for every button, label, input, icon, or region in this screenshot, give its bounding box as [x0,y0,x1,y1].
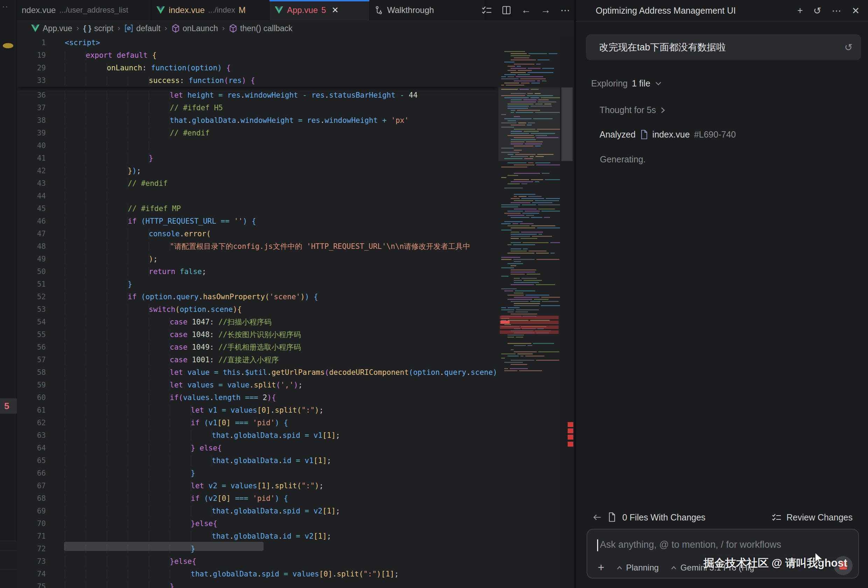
tab-ndex-vue[interactable]: ndex.vue.../user_address_list [17,0,151,20]
code-line-43[interactable]: 43// #endif [17,177,498,190]
tab-index-vue[interactable]: index.vue.../indexM [151,0,270,20]
code-line-48[interactable]: 48"请配置根目录下的config.js文件中的 'HTTP_REQUEST_U… [17,240,498,253]
arrow-right-icon[interactable]: → [540,5,551,15]
breadcrumb-item[interactable]: default [124,24,160,33]
strip-row[interactable] [0,541,17,551]
chevron-up-icon [616,565,623,570]
code-line-41[interactable]: 41} [17,152,498,164]
code-editor[interactable]: 1<script>19export default {29onLaunch: f… [17,36,498,588]
line-number: 55 [17,328,47,341]
code-line-57[interactable]: 57case 1001: //直接进入小程序 [17,353,498,366]
split-editor-icon[interactable] [501,5,512,15]
left-tab-strip: ·· 5 [0,0,17,588]
code-line-62[interactable]: 62if (v1[0] === 'pid') { [17,417,498,429]
strip-row[interactable] [0,551,17,569]
code-line-1[interactable]: 1<script> [17,36,498,49]
code-line-54[interactable]: 54case 1047: //扫描小程序码 [17,316,498,328]
breadcrumb-label: default [136,24,160,33]
vertical-scrollbar-thumb[interactable] [561,87,573,161]
code-line-38[interactable]: 38that.globalData.windowHeight = res.win… [17,114,498,127]
stop-generation-button[interactable] [834,556,853,575]
breadcrumb-item[interactable]: then() callback [229,24,292,33]
overflow-dots-icon[interactable]: ·· [2,2,9,11]
review-changes-button[interactable]: Review Changes [772,513,853,523]
code-line-74[interactable]: 74that.globalData.spid = values[0].split… [17,568,498,580]
restore-checkpoint-icon[interactable]: ↺ [844,41,853,53]
arrow-left-icon[interactable]: ← [521,5,531,15]
checklist-icon[interactable] [481,5,492,15]
code-line-19[interactable]: 19export default { [17,49,498,62]
tab-walkthrough[interactable]: Walkthrough [370,0,485,20]
code-line-29[interactable]: 29onLaunch: function(option) { [17,62,498,74]
code-line-47[interactable]: 47console.error( [17,228,498,240]
model-selector[interactable]: Gemini 3.1 Pro (Hig [670,563,754,573]
breadcrumb-item[interactable]: onLaunch [171,24,218,33]
code-line-46[interactable]: 46if (HTTP_REQUEST_URL == '') { [17,215,498,228]
code-line-66[interactable]: 66} [17,467,498,480]
review-changes-label: Review Changes [787,513,853,523]
code-text: that.globalData.id = v2[1]; [65,530,331,542]
code-text: let value = this.$util.getUrlParams(deco… [65,366,498,379]
strip-row[interactable] [0,569,17,588]
breadcrumb[interactable]: App.vue›{ }script›default›onLaunch›then(… [17,20,574,36]
code-line-49[interactable]: 49); [17,253,498,265]
code-line-68[interactable]: 68if (v2[0] === 'pid') { [17,492,498,505]
code-text: }else{ [65,517,217,530]
code-line-40[interactable]: 40 [17,139,498,152]
arrow-left-icon[interactable] [593,513,601,521]
code-line-51[interactable]: 51} [17,278,498,291]
code-line-39[interactable]: 39// #endif [17,127,498,139]
mode-label: Planning [626,563,659,573]
analyzed-file[interactable]: index.vue [652,130,690,140]
breadcrumb-item[interactable]: App.vue [31,24,72,33]
breadcrumb-item[interactable]: { }script [83,24,114,33]
breadcrumb-separator: › [164,24,167,33]
user-message-bubble: 改完现在tab下面都没有数据啦 ↺ [586,34,861,60]
exploring-count: 1 file [632,78,650,89]
code-line-71[interactable]: 71that.globalData.id = v2[1]; [17,530,498,542]
code-line-45[interactable]: 45// #ifdef MP [17,202,498,215]
code-line-56[interactable]: 56case 1049: //手机相册选取小程序码 [17,341,498,353]
code-line-61[interactable]: 61let v1 = values[0].split(":"); [17,404,498,417]
code-text: // #ifdef H5 [65,102,223,114]
code-line-70[interactable]: 70}else{ [17,517,498,530]
code-line-53[interactable]: 53switch(option.scene){ [17,303,498,316]
code-line-67[interactable]: 67let v2 = values[1].split(":"); [17,480,498,492]
new-chat-icon[interactable]: + [797,5,803,16]
exploring-step[interactable]: Exploring 1 file [591,78,662,89]
code-line-65[interactable]: 65that.globalData.id = v1[1]; [17,454,498,467]
code-line-73[interactable]: 73}else{ [17,555,498,568]
code-line-64[interactable]: 64} else{ [17,442,498,454]
code-line-36[interactable]: 36let height = res.windowHeight - res.st… [17,89,498,102]
mode-selector[interactable]: Planning [616,563,659,573]
minimap[interactable] [498,36,560,588]
more-ellipsis-icon[interactable]: ⋯ [832,5,841,16]
history-icon[interactable]: ↺ [813,5,821,16]
close-icon[interactable]: ✕ [331,5,338,15]
code-line-59[interactable]: 59let values = value.split(','); [17,379,498,391]
line-number: 41 [17,152,47,164]
code-line-42[interactable]: 42}); [17,164,498,177]
line-number: 62 [17,417,47,429]
close-icon[interactable]: ✕ [852,5,860,16]
more-ellipsis-icon[interactable]: ⋯ [560,5,570,15]
horizontal-scrollbar-thumb[interactable] [64,542,264,551]
code-line-37[interactable]: 37// #ifdef H5 [17,102,498,114]
vertical-scrollbar[interactable] [560,36,574,588]
error-count-badge[interactable]: 5 [0,398,17,414]
thought-step[interactable]: Thought for 5s [599,105,666,115]
tab-app-vue[interactable]: App.vue5✕ [270,0,370,20]
code-line-58[interactable]: 58let value = this.$util.getUrlParams(de… [17,366,498,379]
code-line-75[interactable]: 75} [17,580,498,588]
code-line-52[interactable]: 52if (option.query.hasOwnProperty('scene… [17,291,498,303]
line-number: 51 [17,278,47,291]
code-line-50[interactable]: 50return false; [17,265,498,278]
code-line-44[interactable]: 44 [17,190,498,202]
code-line-69[interactable]: 69that.globalData.spid = v2[1]; [17,505,498,517]
analyzed-step[interactable]: Analyzed index.vue #L690-740 [599,130,736,140]
add-context-button[interactable]: + [598,561,604,574]
code-line-33[interactable]: 33success: function(res) { [17,74,498,87]
code-line-55[interactable]: 55case 1048: //长按图片识别小程序码 [17,328,498,341]
code-line-60[interactable]: 60if(values.length === 2){ [17,391,498,404]
code-line-63[interactable]: 63that.globalData.spid = v1[1]; [17,429,498,442]
